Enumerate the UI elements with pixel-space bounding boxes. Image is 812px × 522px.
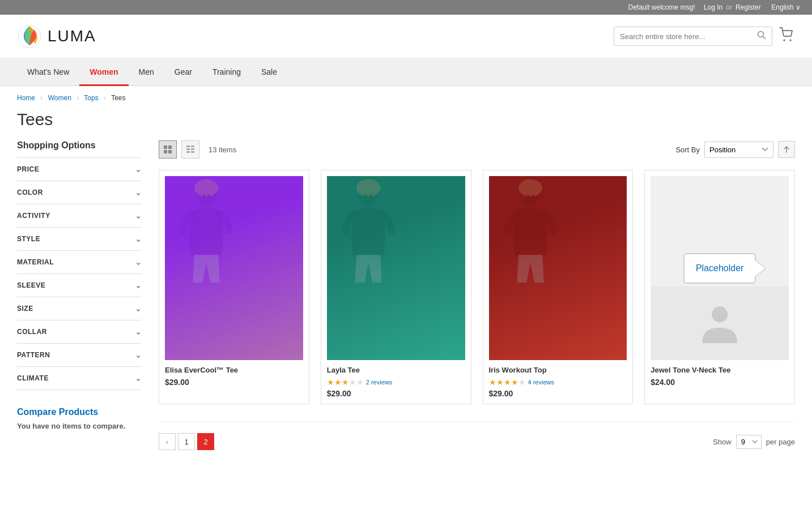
nav-item-sale[interactable]: Sale — [251, 58, 287, 85]
filter-header-collar[interactable]: COLLAR⌄ — [17, 320, 142, 343]
search-box[interactable] — [614, 27, 772, 46]
main-layout: Shopping Options PRICE⌄COLOR⌄ACTIVITY⌄ST… — [0, 140, 812, 473]
search-input[interactable] — [620, 32, 757, 41]
toolbar: 13 items Sort By Position Product Name P… — [159, 140, 795, 159]
list-view-button[interactable] — [181, 140, 199, 159]
nav-item-training[interactable]: Training — [202, 58, 251, 85]
svg-rect-8 — [168, 150, 172, 153]
page-1-button[interactable]: 1 — [178, 433, 195, 450]
svg-rect-9 — [186, 146, 190, 147]
svg-rect-7 — [164, 150, 167, 153]
grid-view-button[interactable] — [159, 140, 177, 159]
filter-section-pattern: PATTERN⌄ — [17, 344, 142, 367]
breadcrumb-home[interactable]: Home — [17, 94, 35, 102]
search-icon — [757, 31, 766, 40]
product-card-layla[interactable]: Layla Tee★★★★★2 reviews$29.00 — [321, 170, 471, 404]
svg-point-3 — [784, 40, 785, 41]
filter-section-color: COLOR⌄ — [17, 181, 142, 204]
svg-point-25 — [526, 194, 530, 198]
chevron-down-icon: ⌄ — [135, 234, 142, 243]
language-selector[interactable]: English ∨ — [771, 3, 801, 11]
nav-item-gear[interactable]: Gear — [164, 58, 202, 85]
sort-asc-icon — [783, 146, 790, 153]
svg-point-22 — [369, 194, 372, 198]
product-price-iris: $29.00 — [489, 389, 627, 398]
filter-header-style[interactable]: STYLE⌄ — [17, 228, 142, 250]
per-page-select[interactable]: 9 15 30 — [736, 435, 762, 449]
product-card-iris[interactable]: Iris Workout Top★★★★★4 reviews$29.00 — [483, 170, 634, 404]
chevron-down-icon: ⌄ — [135, 258, 142, 267]
filter-header-material[interactable]: MATERIAL⌄ — [17, 251, 142, 273]
nav-item-men[interactable]: Men — [129, 58, 164, 85]
page-2-button[interactable]: 2 — [197, 433, 214, 450]
svg-rect-6 — [168, 146, 172, 149]
product-name-jewel: Jewel Tone V-Neck Tee — [651, 366, 789, 374]
prev-page-button[interactable]: ‹ — [159, 433, 176, 450]
cart-icon[interactable] — [779, 27, 795, 45]
review-link-iris[interactable]: 4 reviews — [528, 379, 554, 386]
chevron-down-icon: ⌄ — [135, 211, 142, 220]
product-card-elisa[interactable]: Elisa EverCool™ Tee$29.00 — [159, 170, 309, 404]
filter-header-sleeve[interactable]: SLEEVE⌄ — [17, 274, 142, 297]
chevron-down-icon: ⌄ — [135, 304, 142, 313]
product-rating-layla: ★★★★★2 reviews — [327, 378, 465, 387]
svg-rect-13 — [186, 151, 190, 153]
sort-select[interactable]: Position Product Name Price — [704, 142, 773, 158]
show-label: Show — [713, 438, 732, 446]
breadcrumb-tops[interactable]: Tops — [84, 94, 98, 102]
filter-section-sleeve: SLEEVE⌄ — [17, 274, 142, 297]
product-grid: Elisa EverCool™ Tee$29.00 — [159, 170, 795, 404]
compare-text: You have no items to compare. — [17, 422, 142, 430]
grid-icon — [164, 146, 172, 153]
pagination: ‹ 1 2 — [159, 433, 214, 450]
sidebar: Shopping Options PRICE⌄COLOR⌄ACTIVITY⌄ST… — [17, 140, 142, 450]
svg-point-4 — [790, 40, 792, 41]
svg-point-16 — [194, 179, 218, 197]
product-image-iris — [489, 176, 627, 360]
product-card-jewel[interactable]: Placeholder Jewel Tone V-Neck Tee$24.00 — [644, 170, 795, 404]
per-page-controls: Show 9 15 30 per page — [713, 435, 795, 449]
sort-direction-button[interactable] — [778, 141, 795, 158]
chevron-down-icon: ⌄ — [135, 165, 142, 174]
breadcrumb-women[interactable]: Women — [48, 94, 71, 102]
product-image-layla — [327, 176, 465, 360]
svg-point-21 — [364, 194, 368, 198]
nav-item-women[interactable]: Women — [79, 58, 128, 85]
item-count: 13 items — [209, 146, 236, 154]
logo-text: LUMA — [48, 27, 96, 45]
chevron-down-icon: ⌄ — [135, 350, 142, 360]
login-link[interactable]: Log In — [704, 3, 722, 11]
compare-title: Compare Products — [17, 407, 142, 417]
chevron-down-icon: ⌄ — [135, 374, 142, 383]
filter-header-pattern[interactable]: PATTERN⌄ — [17, 344, 142, 366]
breadcrumb-current: Tees — [111, 94, 125, 102]
nav-item-what's-new[interactable]: What's New — [17, 58, 79, 85]
chevron-down-icon: ⌄ — [135, 327, 142, 336]
filter-header-price[interactable]: PRICE⌄ — [17, 158, 142, 181]
svg-rect-10 — [191, 146, 194, 147]
product-price-elisa: $29.00 — [165, 378, 303, 387]
filter-list: PRICE⌄COLOR⌄ACTIVITY⌄STYLE⌄MATERIAL⌄SLEE… — [17, 158, 142, 390]
top-bar: Default welcome msg! Log In or Register … — [0, 0, 812, 15]
page-title: Tees — [0, 110, 812, 140]
header: LUMA — [0, 15, 812, 58]
filter-section-price: PRICE⌄ — [17, 158, 142, 181]
product-name-elisa: Elisa EverCool™ Tee — [165, 366, 303, 374]
filter-header-activity[interactable]: ACTIVITY⌄ — [17, 204, 142, 227]
svg-point-24 — [518, 179, 542, 197]
register-link[interactable]: Register — [736, 3, 761, 11]
sidebar-title: Shopping Options — [17, 140, 142, 158]
svg-point-17 — [202, 194, 206, 198]
search-button[interactable] — [757, 31, 766, 42]
filter-header-color[interactable]: COLOR⌄ — [17, 181, 142, 204]
nav-bar: What's NewWomenMenGearTrainingSale — [0, 58, 812, 86]
filter-section-size: SIZE⌄ — [17, 297, 142, 320]
chevron-down-icon: ⌄ — [135, 188, 142, 197]
chevron-down-icon: ∨ — [796, 3, 801, 11]
review-link-layla[interactable]: 2 reviews — [366, 379, 392, 386]
filter-section-style: STYLE⌄ — [17, 228, 142, 251]
logo[interactable]: LUMA — [17, 24, 96, 49]
filter-header-climate[interactable]: CLIMATE⌄ — [17, 367, 142, 390]
filter-header-size[interactable]: SIZE⌄ — [17, 297, 142, 320]
filter-section-climate: CLIMATE⌄ — [17, 367, 142, 390]
